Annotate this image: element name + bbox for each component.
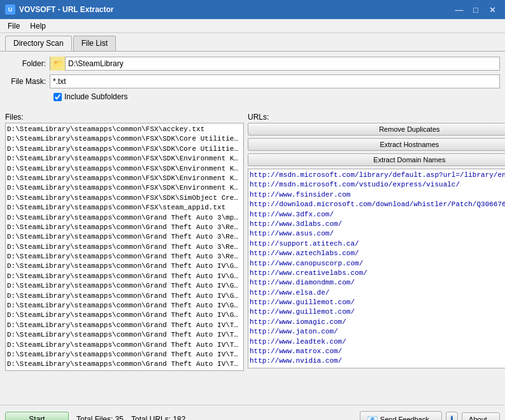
list-item[interactable]: http://support.atitech.ca/ <box>250 239 505 249</box>
tab-file-list[interactable]: File List <box>73 36 116 51</box>
about-button[interactable]: About... <box>462 412 500 421</box>
urls-list[interactable]: http://msdn.microsoft.com/library/defaul… <box>248 169 505 368</box>
menu-bar: File Help <box>0 19 505 33</box>
list-item[interactable]: D:\SteamLibrary\steamapps\common\Grand T… <box>7 281 242 291</box>
list-item[interactable]: http://www.canopuscorp.com/ <box>250 259 505 269</box>
list-item[interactable]: http://download.microsoft.com/download/w… <box>250 200 505 209</box>
file-mask-label: File Mask: <box>5 77 50 86</box>
folder-input[interactable] <box>66 57 499 70</box>
send-feedback-button[interactable]: 📧 Send Feedback... <box>360 411 442 421</box>
start-button[interactable]: Start <box>5 412 69 421</box>
title-bar: U VOVSOFT - URL Extractor — □ ✕ <box>0 0 505 19</box>
list-item[interactable]: http://www.leadtek.com/ <box>250 337 505 347</box>
info-button[interactable]: ℹ <box>446 412 458 421</box>
file-mask-input[interactable] <box>50 74 500 88</box>
list-item[interactable]: D:\SteamLibrary\steamapps\common\Grand T… <box>7 321 242 330</box>
list-item[interactable]: D:\SteamLibrary\steamapps\common\Grand T… <box>7 232 242 242</box>
list-item[interactable]: D:\SteamLibrary\steamapps\common\Grand T… <box>7 311 242 320</box>
content-area: Directory Scan File List Folder: 📁 File … <box>0 33 505 420</box>
list-item[interactable]: http://www.diamondmm.com/ <box>250 367 505 368</box>
send-feedback-label: Send Feedback... <box>380 416 435 421</box>
extract-hostnames-button[interactable]: Extract Hostnames <box>248 138 505 151</box>
list-item[interactable]: D:\SteamLibrary\steamapps\common\Grand T… <box>7 213 242 223</box>
list-item[interactable]: D:\SteamLibrary\steamapps\common\FSX\acc… <box>7 125 242 134</box>
app-icon: U <box>5 4 15 15</box>
total-files: Total Files: 35 <box>76 415 124 421</box>
tab-directory-scan[interactable]: Directory Scan <box>5 36 72 51</box>
tabs: Directory Scan File List <box>0 33 505 52</box>
list-item[interactable]: http://www.3dlabs.com/ <box>250 220 505 229</box>
folder-label: Folder: <box>5 59 50 68</box>
urls-panel: URLs: Remove Duplicates Extract Hostname… <box>248 113 505 371</box>
list-item[interactable]: http://www.fsinsider.com <box>250 190 505 200</box>
list-item[interactable]: D:\SteamLibrary\steamapps\common\FSX\ste… <box>7 203 242 213</box>
close-button[interactable]: ✕ <box>485 3 500 17</box>
feedback-icon: 📧 <box>367 414 378 421</box>
panels-container: Files: D:\SteamLibrary\steamapps\common\… <box>0 113 505 376</box>
list-item[interactable]: http://www.diamondmm.com/ <box>250 278 505 288</box>
extract-domain-names-button[interactable]: Extract Domain Names <box>248 153 505 166</box>
list-item[interactable]: http://www.asus.com/ <box>250 229 505 239</box>
list-item[interactable]: D:\SteamLibrary\steamapps\common\Grand T… <box>7 370 242 371</box>
list-item[interactable]: D:\SteamLibrary\steamapps\common\Grand T… <box>7 291 242 301</box>
list-item[interactable]: D:\SteamLibrary\steamapps\common\Grand T… <box>7 340 242 350</box>
remove-duplicates-button[interactable]: Remove Duplicates <box>248 123 505 136</box>
list-item[interactable]: D:\SteamLibrary\steamapps\common\FSX\SDK… <box>7 174 242 183</box>
menu-file[interactable]: File <box>3 20 25 32</box>
list-item[interactable]: D:\SteamLibrary\steamapps\common\FSX\SDK… <box>7 154 242 164</box>
minimize-button[interactable]: — <box>452 3 467 17</box>
bottom-left: Start Total Files: 35 Total URLs: 182 <box>5 412 185 421</box>
list-item[interactable]: http://www.3dfx.com/ <box>250 210 505 220</box>
include-subfolders-checkbox[interactable] <box>53 93 62 101</box>
list-item[interactable]: http://www.matrox.com/ <box>250 347 505 356</box>
bottom-bar: Start Total Files: 35 Total URLs: 182 📧 … <box>0 405 505 420</box>
list-item[interactable]: http://www.elsa.de/ <box>250 288 505 298</box>
total-urls: Total URLs: 182 <box>131 415 185 421</box>
include-subfolders-label[interactable]: Include Subfolders <box>64 92 127 101</box>
bottom-right: 📧 Send Feedback... ℹ About... <box>360 411 500 421</box>
list-item[interactable]: http://www.aztechlabs.com/ <box>250 249 505 258</box>
list-item[interactable]: http://www.nvidia.com/ <box>250 356 505 366</box>
folder-input-wrapper: 📁 <box>50 57 500 71</box>
folder-browse-button[interactable]: 📁 <box>50 57 66 71</box>
list-item[interactable]: D:\SteamLibrary\steamapps\common\Grand T… <box>7 272 242 281</box>
title-bar-text: VOVSOFT - URL Extractor <box>19 5 113 14</box>
maximize-button[interactable]: □ <box>468 3 483 17</box>
panels: Files: D:\SteamLibrary\steamapps\common\… <box>5 113 500 371</box>
folder-row: Folder: 📁 <box>5 57 500 71</box>
list-item[interactable]: http://www.guillemot.com/ <box>250 298 505 307</box>
list-item[interactable]: http://www.iomagic.com/ <box>250 318 505 327</box>
url-actions: Remove Duplicates Extract Hostnames Extr… <box>248 123 505 166</box>
list-item[interactable]: D:\SteamLibrary\steamapps\common\FSX\SDK… <box>7 193 242 203</box>
list-item[interactable]: http://www.guillemot.com/ <box>250 307 505 317</box>
title-bar-controls: — □ ✕ <box>452 3 500 17</box>
form-area: Folder: 📁 File Mask: Include Subfolders <box>0 52 505 110</box>
list-item[interactable]: D:\SteamLibrary\steamapps\common\Grand T… <box>7 252 242 262</box>
list-item[interactable]: D:\SteamLibrary\steamapps\common\Grand T… <box>7 330 242 340</box>
list-item[interactable]: D:\SteamLibrary\steamapps\common\Grand T… <box>7 242 242 252</box>
list-item[interactable]: D:\SteamLibrary\steamapps\common\FSX\SDK… <box>7 134 242 144</box>
list-item[interactable]: D:\SteamLibrary\steamapps\common\FSX\SDK… <box>7 164 242 174</box>
files-list[interactable]: D:\SteamLibrary\steamapps\common\FSX\acc… <box>5 123 244 371</box>
file-mask-row: File Mask: <box>5 74 500 88</box>
urls-label: URLs: <box>248 113 505 122</box>
list-item[interactable]: http://www.creativelabs.com/ <box>250 269 505 278</box>
list-item[interactable]: http://msdn.microsoft.com/vstudio/expres… <box>250 180 505 190</box>
list-item[interactable]: D:\SteamLibrary\steamapps\common\Grand T… <box>7 262 242 271</box>
subfolders-row: Include Subfolders <box>53 92 500 101</box>
list-item[interactable]: D:\SteamLibrary\steamapps\common\Grand T… <box>7 350 242 360</box>
list-item[interactable]: http://www.jaton.com/ <box>250 327 505 337</box>
list-item[interactable]: http://msdn.microsoft.com/library/defaul… <box>250 171 505 180</box>
files-panel: Files: D:\SteamLibrary\steamapps\common\… <box>5 113 244 371</box>
list-item[interactable]: D:\SteamLibrary\steamapps\common\Grand T… <box>7 301 242 311</box>
list-item[interactable]: D:\SteamLibrary\steamapps\common\Grand T… <box>7 360 242 369</box>
menu-help[interactable]: Help <box>25 20 51 32</box>
files-label: Files: <box>5 113 244 122</box>
list-item[interactable]: D:\SteamLibrary\steamapps\common\FSX\SDK… <box>7 183 242 193</box>
list-item[interactable]: D:\SteamLibrary\steamapps\common\Grand T… <box>7 223 242 232</box>
list-item[interactable]: D:\SteamLibrary\steamapps\common\FSX\SDK… <box>7 144 242 154</box>
